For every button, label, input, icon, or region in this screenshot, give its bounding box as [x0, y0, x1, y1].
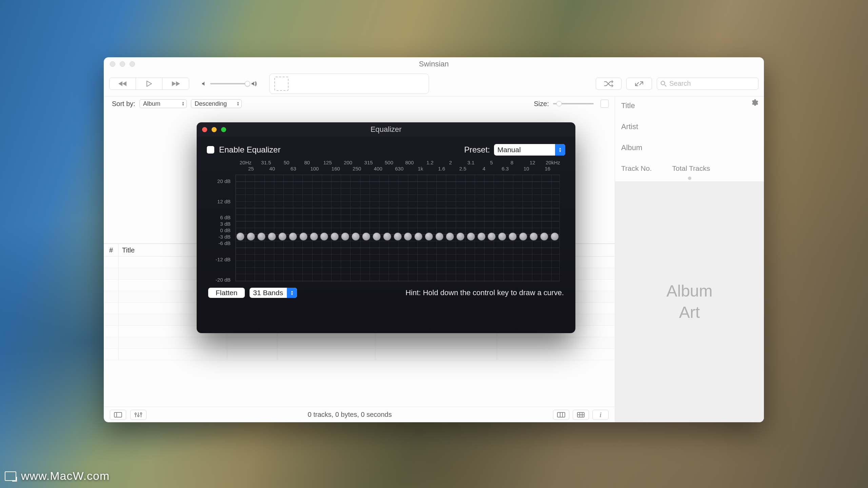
- freq-label: 40: [261, 166, 282, 171]
- eq-band-slider[interactable]: [539, 232, 549, 241]
- search-field[interactable]: [657, 78, 758, 90]
- equalizer-hint: Hint: Hold down the control key to draw …: [406, 288, 564, 297]
- meta-totaltracks-label[interactable]: Total Tracks: [672, 164, 710, 172]
- album-art-label: Album Art: [666, 281, 712, 323]
- freq-label: 160: [325, 166, 346, 171]
- eq-band-slider[interactable]: [466, 232, 476, 241]
- volume-high-icon: [251, 81, 258, 86]
- freq-label: 125: [317, 160, 338, 165]
- sort-by-label: Sort by:: [112, 100, 135, 108]
- info-sidebar: Title Artist Album Track No. Total Track…: [615, 97, 764, 422]
- freq-label: 1.2: [420, 160, 440, 165]
- sort-order-value: Descending: [195, 100, 227, 107]
- flatten-button[interactable]: Flatten: [208, 288, 245, 298]
- eq-band-slider[interactable]: [256, 232, 267, 241]
- svg-rect-5: [557, 412, 565, 417]
- eq-band-slider[interactable]: [319, 232, 330, 241]
- equalizer-footer: Flatten 31 Bands ▲▼ Hint: Hold down the …: [197, 282, 575, 298]
- gear-icon[interactable]: [750, 99, 758, 107]
- eq-band-slider[interactable]: [277, 232, 288, 241]
- eq-band-slider[interactable]: [497, 232, 508, 241]
- view-columns-button[interactable]: [553, 410, 569, 420]
- db-label: 12 dB: [217, 199, 231, 204]
- eq-grid: [235, 175, 560, 282]
- db-label: 0 dB: [220, 227, 231, 233]
- previous-button[interactable]: [110, 78, 136, 89]
- status-bar: 0 tracks, 0 bytes, 0 seconds i: [104, 407, 615, 422]
- eq-band-slider[interactable]: [340, 232, 351, 241]
- freq-label: 8: [502, 160, 522, 165]
- eq-band-slider[interactable]: [371, 232, 382, 241]
- eq-band-slider[interactable]: [235, 232, 246, 241]
- eq-band-slider[interactable]: [309, 232, 319, 241]
- eq-band-slider[interactable]: [476, 232, 487, 241]
- freq-label: 6.3: [495, 166, 516, 171]
- freq-label: 2: [440, 160, 460, 165]
- column-title[interactable]: Title: [119, 244, 138, 256]
- eq-band-slider[interactable]: [529, 232, 539, 241]
- resize-handle-icon[interactable]: [688, 177, 691, 180]
- shuffle-button[interactable]: [596, 78, 622, 90]
- search-input[interactable]: [669, 80, 755, 87]
- toggle-equalizer-button[interactable]: [130, 410, 146, 420]
- meta-trackno-label[interactable]: Track No.: [621, 164, 652, 172]
- preset-select[interactable]: Manual ▲▼: [494, 144, 565, 156]
- svg-point-3: [138, 415, 139, 416]
- db-label: -12 dB: [216, 256, 231, 262]
- eq-band-slider[interactable]: [413, 232, 424, 241]
- bands-select[interactable]: 31 Bands ▲▼: [250, 288, 297, 298]
- chevron-updown-icon: ▲▼: [287, 288, 297, 298]
- freq-label: 2.5: [452, 166, 473, 171]
- eq-band-slider[interactable]: [445, 232, 455, 241]
- view-grid-button[interactable]: [573, 410, 589, 420]
- play-button[interactable]: [136, 78, 162, 89]
- sort-field-value: Album: [143, 100, 160, 107]
- freq-label: 100: [304, 166, 325, 171]
- freq-label: 31.5: [256, 160, 276, 165]
- info-button[interactable]: i: [592, 410, 609, 420]
- eq-band-slider[interactable]: [288, 232, 298, 241]
- eq-band-slider[interactable]: [487, 232, 497, 241]
- meta-title-label[interactable]: Title: [621, 101, 758, 110]
- eq-band-slider[interactable]: [549, 232, 560, 241]
- meta-album-label[interactable]: Album: [621, 143, 758, 152]
- db-label: -6 dB: [218, 240, 231, 246]
- sort-field-select[interactable]: Album ▲▼: [139, 99, 187, 108]
- miniplayer-button[interactable]: [626, 78, 652, 90]
- meta-track-row: Track No. Total Tracks: [621, 164, 758, 172]
- toggle-sidebar-button[interactable]: [110, 410, 126, 420]
- db-label: 20 dB: [217, 178, 231, 184]
- sort-order-select[interactable]: Descending ▲▼: [191, 99, 242, 108]
- freq-label: 3.1: [461, 160, 481, 165]
- meta-artist-label[interactable]: Artist: [621, 122, 758, 131]
- equalizer-top-row: Enable Equalizer Preset: Manual ▲▼: [197, 137, 575, 158]
- eq-band-slider[interactable]: [298, 232, 309, 241]
- eq-band-slider[interactable]: [403, 232, 413, 241]
- eq-band-slider[interactable]: [246, 232, 256, 241]
- eq-band-slider[interactable]: [424, 232, 434, 241]
- eq-band-slider[interactable]: [351, 232, 361, 241]
- preset-value: Manual: [497, 146, 521, 154]
- eq-band-slider[interactable]: [361, 232, 372, 241]
- enable-equalizer-checkbox[interactable]: [207, 146, 214, 154]
- next-button[interactable]: [162, 78, 189, 89]
- eq-band-slider[interactable]: [392, 232, 403, 241]
- preset-group: Preset: Manual ▲▼: [464, 144, 565, 156]
- equalizer-titlebar: Equalizer: [197, 122, 575, 137]
- now-playing-art-placeholder: [274, 77, 289, 91]
- eq-band-slider[interactable]: [382, 232, 392, 241]
- eq-band-slider[interactable]: [455, 232, 466, 241]
- eq-band-slider[interactable]: [267, 232, 277, 241]
- volume-control: [201, 81, 258, 86]
- watermark: www.MacW.com: [5, 469, 110, 483]
- column-number[interactable]: #: [104, 244, 119, 256]
- eq-band-slider[interactable]: [330, 232, 340, 241]
- table-row: [104, 337, 615, 349]
- volume-slider[interactable]: [210, 83, 248, 84]
- eq-band-slider[interactable]: [518, 232, 529, 241]
- thumbnail-size-slider[interactable]: [553, 103, 594, 104]
- eq-band-slider[interactable]: [508, 232, 518, 241]
- eq-band-slider[interactable]: [434, 232, 445, 241]
- chevron-updown-icon: ▲▼: [237, 101, 239, 106]
- table-row: [104, 349, 615, 360]
